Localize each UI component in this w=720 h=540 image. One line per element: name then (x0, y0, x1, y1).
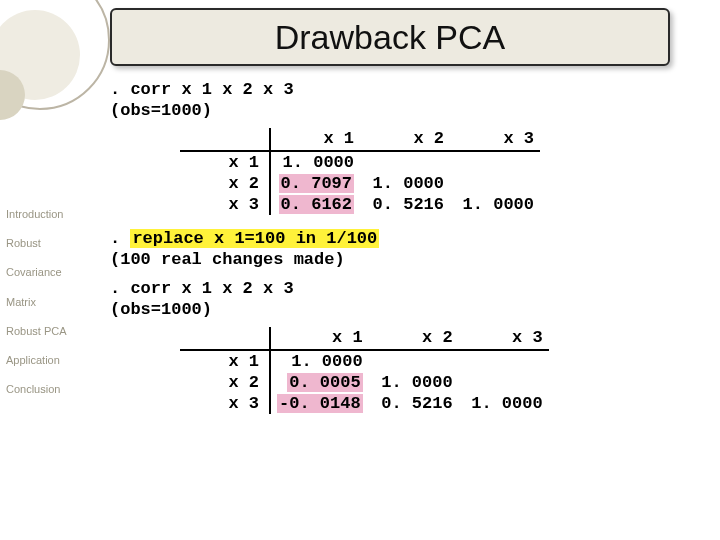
corr-block-1: . corr x 1 x 2 x 3 (obs=1000) x 1 x 2 x … (110, 80, 690, 215)
replace-cmd: . replace x 1=100 in 1/100 (110, 229, 690, 248)
cell: 1. 0000 (270, 151, 360, 173)
row-header: x 2 (180, 372, 270, 393)
slide-title: Drawback PCA (110, 8, 670, 66)
replace-highlight: replace x 1=100 in 1/100 (130, 229, 379, 248)
cell: 0. 5216 (369, 393, 459, 414)
sidebar-item-robust-pca: Robust PCA (0, 317, 90, 346)
sidebar-nav: Introduction Robust Covariance Matrix Ro… (0, 200, 90, 404)
cell: 1. 0000 (360, 173, 450, 194)
row-header: x 2 (180, 173, 270, 194)
cell: 1. 0000 (270, 350, 369, 372)
col-header: x 2 (369, 327, 459, 350)
slide-content: . corr x 1 x 2 x 3 (obs=1000) x 1 x 2 x … (110, 80, 690, 428)
sidebar-item-conclusion: Conclusion (0, 375, 90, 404)
col-header: x 2 (360, 128, 450, 151)
sidebar-item-matrix: Matrix (0, 288, 90, 317)
sidebar-item-application: Application (0, 346, 90, 375)
cell: 1. 0000 (450, 194, 540, 215)
corr-table-2: x 1 x 2 x 3 x 1 1. 0000 x 2 0. 0005 1. 0… (180, 327, 690, 414)
col-header: x 1 (270, 128, 360, 151)
cell: 1. 0000 (459, 393, 549, 414)
corr-cmd-1: . corr x 1 x 2 x 3 (110, 80, 690, 99)
corr-obs-1: (obs=1000) (110, 101, 690, 120)
row-header: x 3 (180, 194, 270, 215)
col-header: x 1 (270, 327, 369, 350)
sidebar-item-robust: Robust (0, 229, 90, 258)
corr-cmd-2: . corr x 1 x 2 x 3 (110, 279, 690, 298)
sidebar-item-introduction: Introduction (0, 200, 90, 229)
cell-highlighted: 0. 6162 (270, 194, 360, 215)
corr-obs-2: (obs=1000) (110, 300, 690, 319)
corr-table-1: x 1 x 2 x 3 x 1 1. 0000 x 2 0. 7097 1. 0… (180, 128, 690, 215)
cell: 1. 0000 (369, 372, 459, 393)
col-header: x 3 (459, 327, 549, 350)
corr-block-2: . corr x 1 x 2 x 3 (obs=1000) x 1 x 2 x … (110, 279, 690, 414)
cell: 0. 5216 (360, 194, 450, 215)
cell-highlighted: 0. 7097 (270, 173, 360, 194)
sidebar-item-covariance: Covariance (0, 258, 90, 287)
row-header: x 1 (180, 151, 270, 173)
cell-highlighted: 0. 0005 (270, 372, 369, 393)
col-header: x 3 (450, 128, 540, 151)
row-header: x 1 (180, 350, 270, 372)
row-header: x 3 (180, 393, 270, 414)
cell-highlighted: -0. 0148 (270, 393, 369, 414)
replace-note: (100 real changes made) (110, 250, 690, 269)
replace-block: . replace x 1=100 in 1/100 (100 real cha… (110, 229, 690, 269)
